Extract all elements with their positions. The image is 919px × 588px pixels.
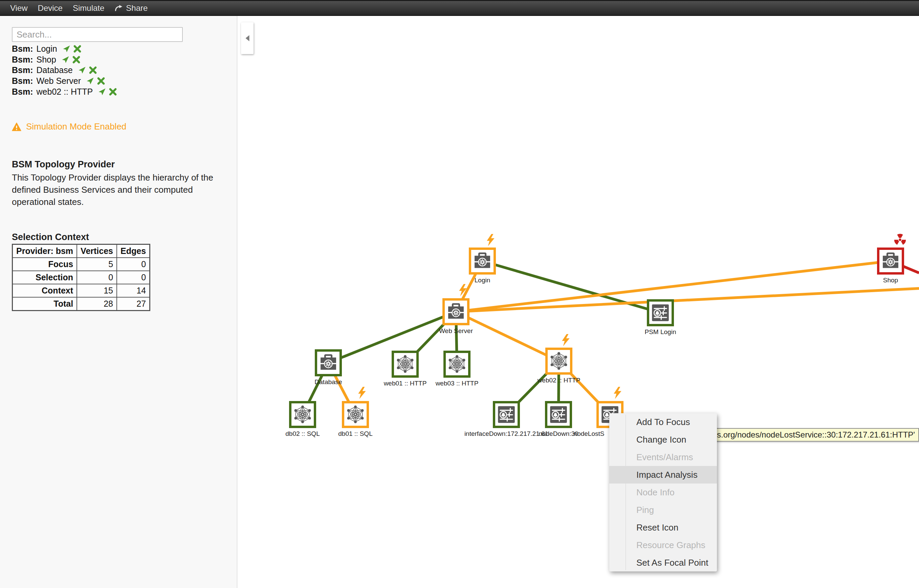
navigate-to-icon[interactable] — [78, 66, 86, 74]
context-menu-item-ping: Ping — [609, 501, 717, 519]
focus-item-login: Bsm:Login — [12, 44, 120, 55]
node-interface-down[interactable] — [493, 401, 520, 428]
focus-item-name: Database — [37, 65, 73, 75]
context-menu-item-add-to-focus[interactable]: Add To Focus — [609, 413, 717, 431]
vertices-value: 28 — [77, 297, 117, 311]
column-header-vertices: Vertices — [77, 244, 117, 258]
context-menu-item-reset-icon[interactable]: Reset Icon — [609, 519, 717, 536]
menu-item-label: View — [10, 3, 28, 13]
alarm-icon — [549, 405, 568, 424]
navigate-to-icon[interactable] — [86, 77, 94, 85]
briefcase-icon — [319, 353, 338, 373]
focus-item-web-server: Bsm:Web Server — [12, 76, 120, 87]
edges-value: 14 — [117, 284, 150, 297]
node-psm-login[interactable] — [647, 299, 674, 326]
node-db01-sql[interactable] — [342, 401, 369, 428]
selection-context-title: Selection Context — [12, 232, 89, 242]
molecule-icon — [447, 354, 467, 374]
vertices-value: 5 — [77, 258, 117, 271]
briefcase-icon — [881, 251, 900, 271]
vertices-value: 0 — [77, 271, 117, 284]
table-row-focus: Focus50 — [13, 258, 150, 271]
node-login[interactable] — [469, 247, 496, 275]
node-label-shop: Shop — [833, 276, 919, 284]
node-web03-http[interactable] — [443, 351, 470, 378]
search-input[interactable] — [12, 27, 183, 42]
node-label-db01-sql: db01 :: SQL — [298, 430, 413, 438]
context-menu-item-events-alarms: Events/Alarms — [609, 448, 717, 466]
edges-value: 0 — [117, 258, 150, 271]
briefcase-icon — [473, 251, 492, 271]
table-row-total: Total2827 — [13, 297, 150, 311]
menu-item-label: Share — [126, 3, 147, 13]
sidebar-collapse-button[interactable] — [241, 22, 253, 54]
node-web02-http[interactable] — [545, 347, 572, 375]
selection-context-table: Provider: bsmVerticesEdgesFocus50Selecti… — [12, 244, 150, 311]
focus-item-prefix: Bsm: — [12, 65, 33, 75]
topology-app: ViewDeviceSimulateShare Bsm:LoginBsm:Sho… — [0, 0, 919, 588]
row-label: Context — [13, 284, 77, 297]
context-menu-item-change-icon[interactable]: Change Icon — [609, 431, 717, 448]
menu-item-share[interactable]: Share — [114, 3, 147, 13]
lightning-bolt-icon — [357, 387, 366, 401]
warning-icon — [12, 123, 21, 131]
focus-item-database: Bsm:Database — [12, 65, 120, 76]
remove-from-focus-icon[interactable] — [73, 56, 80, 63]
row-label: Total — [13, 297, 77, 311]
simulation-mode-notice: Simulation Mode Enabled — [12, 121, 126, 132]
focus-item-shop: Bsm:Shop — [12, 55, 120, 65]
context-menu-item-impact-analysis[interactable]: Impact Analysis — [609, 466, 717, 483]
navigate-to-icon[interactable] — [98, 88, 106, 96]
node-db02-sql[interactable] — [289, 401, 316, 428]
simulation-mode-label: Simulation Mode Enabled — [26, 121, 126, 132]
focus-item-prefix: Bsm: — [12, 87, 33, 97]
context-menu-item-resource-graphs: Resource Graphs — [609, 536, 717, 554]
row-label: Focus — [13, 258, 77, 271]
node-web01-http[interactable] — [392, 351, 419, 378]
focus-item-prefix: Bsm: — [12, 76, 33, 86]
column-header-edges: Edges — [117, 244, 150, 258]
menu-item-simulate[interactable]: Simulate — [73, 3, 104, 13]
focus-item-prefix: Bsm: — [12, 55, 33, 65]
edge-web-server-offscreen[interactable] — [456, 288, 919, 312]
top-menu-bar: ViewDeviceSimulateShare — [0, 0, 919, 16]
focus-item-prefix: Bsm: — [12, 44, 33, 54]
lightning-bolt-icon — [561, 334, 571, 347]
menu-item-label: Device — [38, 3, 63, 13]
molecule-icon — [293, 405, 313, 424]
column-header-provider-bsm: Provider: bsm — [13, 244, 77, 258]
alarm-icon — [651, 303, 670, 323]
radiation-icon — [892, 232, 908, 249]
lightning-bolt-icon — [486, 234, 495, 247]
menu-item-label: Simulate — [73, 3, 104, 13]
molecule-icon — [549, 351, 569, 371]
node-label-web03-http: web03 :: HTTP — [399, 380, 514, 387]
edges-value: 0 — [117, 271, 150, 284]
molecule-icon — [395, 354, 415, 374]
sidebar: Bsm:LoginBsm:ShopBsm:DatabaseBsm:Web Ser… — [0, 16, 237, 588]
edges-value: 27 — [117, 297, 150, 311]
node-database[interactable] — [315, 349, 342, 376]
remove-from-focus-icon[interactable] — [97, 77, 105, 85]
focus-item-name: Shop — [37, 55, 56, 65]
share-arrow-icon — [114, 5, 123, 12]
node-shop[interactable] — [877, 247, 904, 275]
node-node-down[interactable] — [545, 401, 572, 428]
menu-item-device[interactable]: Device — [38, 3, 63, 13]
navigate-to-icon[interactable] — [63, 45, 70, 53]
navigate-to-icon[interactable] — [62, 56, 70, 63]
table-header-row: Provider: bsmVerticesEdges — [13, 244, 150, 258]
context-menu-item-set-as-focal-point[interactable]: Set As Focal Point — [609, 554, 717, 572]
vertex-tooltip-text: s.org/nodes/nodeLostService::30:172.217.… — [717, 430, 915, 439]
lightning-bolt-icon — [458, 284, 467, 297]
vertex-tooltip: s.org/nodes/nodeLostService::30:172.217.… — [713, 428, 919, 442]
menu-item-view[interactable]: View — [10, 3, 28, 13]
remove-from-focus-icon[interactable] — [89, 66, 97, 74]
remove-from-focus-icon[interactable] — [109, 88, 117, 96]
alarm-icon — [496, 405, 516, 424]
node-web-server[interactable] — [442, 298, 470, 325]
node-label-web02-http: web02 :: HTTP — [501, 377, 616, 384]
edge-web-server-web02-http[interactable] — [456, 312, 559, 361]
edge-login-psm-login[interactable] — [482, 261, 660, 313]
remove-from-focus-icon[interactable] — [73, 45, 81, 53]
